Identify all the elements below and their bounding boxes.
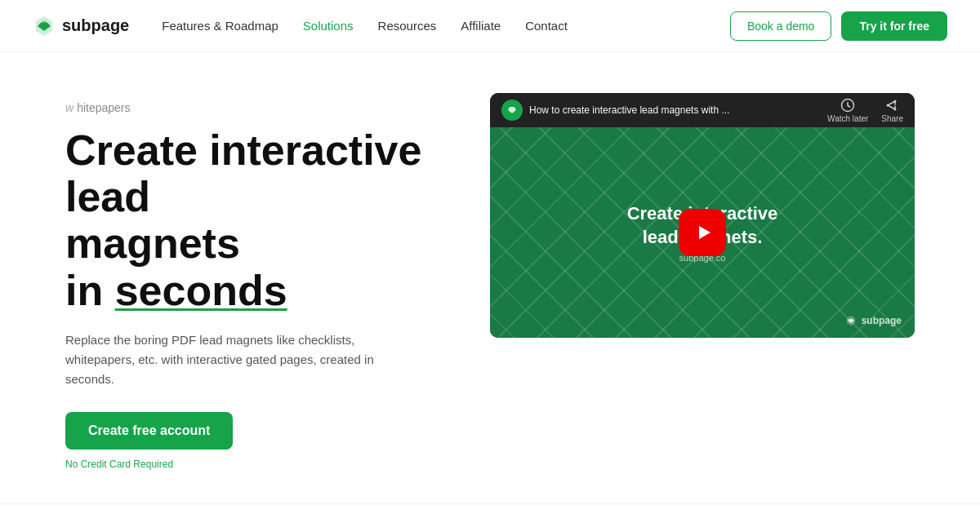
tag-text: hitepapers <box>77 101 130 114</box>
watch-later-label: Watch later <box>827 114 868 123</box>
create-account-button[interactable]: Create free account <box>65 412 233 450</box>
nav-solutions[interactable]: Solutions <box>303 19 354 33</box>
channel-logo-icon <box>506 104 518 116</box>
video-topbar: How to create interactive lead magnets w… <box>490 93 915 127</box>
hero-left: whitepapers Create interactive lead magn… <box>65 93 441 471</box>
logo[interactable]: subpage <box>33 15 129 38</box>
video-brand-text: subpage <box>862 315 902 326</box>
nav-resources[interactable]: Resources <box>378 19 437 33</box>
share-button[interactable]: Share <box>881 98 903 123</box>
video-body[interactable]: Create interactive lead magnets. subpage… <box>490 127 915 338</box>
watch-later-button[interactable]: Watch later <box>827 98 868 123</box>
video-title-row: How to create interactive lead magnets w… <box>501 100 729 121</box>
trusted-section: Trusted by industry leaders: tekpon INNT… <box>0 503 980 514</box>
hero-title-line2: magnets <box>65 219 240 267</box>
nav-right: Book a demo Try it for free <box>730 11 947 41</box>
channel-icon <box>501 100 523 121</box>
video-brand-logo: subpage <box>845 315 902 326</box>
svg-point-1 <box>886 104 889 106</box>
video-container[interactable]: How to create interactive lead magnets w… <box>490 93 915 338</box>
video-title: How to create interactive lead magnets w… <box>529 104 729 116</box>
svg-point-3 <box>893 108 896 110</box>
navbar: subpage Features & Roadmap Solutions Res… <box>0 0 980 52</box>
nav-links: Features & Roadmap Solutions Resources A… <box>162 19 568 33</box>
try-free-button[interactable]: Try it for free <box>841 11 947 41</box>
svg-point-2 <box>893 100 896 102</box>
play-button[interactable] <box>679 209 726 256</box>
hero-title-underline: seconds <box>115 267 287 314</box>
share-label: Share <box>881 114 903 123</box>
hero-description: Replace the boring PDF lead magnets like… <box>65 330 408 389</box>
hero-title: Create interactive lead magnets in secon… <box>65 127 441 314</box>
logo-text: subpage <box>62 16 129 35</box>
nav-left: subpage Features & Roadmap Solutions Res… <box>33 15 568 38</box>
hero-section: whitepapers Create interactive lead magn… <box>0 52 980 495</box>
nav-affiliate[interactable]: Affiliate <box>461 19 501 33</box>
nav-contact[interactable]: Contact <box>525 19 568 33</box>
book-demo-button[interactable]: Book a demo <box>730 11 832 41</box>
no-cc-text: No Credit Card Required <box>65 459 173 470</box>
svg-marker-4 <box>699 226 710 239</box>
logo-icon <box>33 15 56 38</box>
play-icon <box>695 224 713 241</box>
nav-features[interactable]: Features & Roadmap <box>162 19 278 33</box>
video-actions: Watch later Share <box>827 98 903 123</box>
watch-later-icon <box>840 98 855 113</box>
hero-title-line3-pre: in <box>65 267 115 314</box>
video-brand-icon <box>845 315 857 326</box>
hero-title-line1: Create interactive lead <box>65 126 421 220</box>
tag: whitepapers <box>65 101 441 114</box>
share-icon <box>885 98 900 113</box>
tag-w: w <box>65 101 74 114</box>
